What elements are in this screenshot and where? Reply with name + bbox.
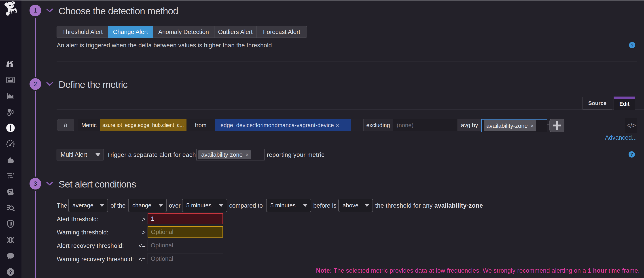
svg-text:?: ? bbox=[9, 269, 12, 275]
